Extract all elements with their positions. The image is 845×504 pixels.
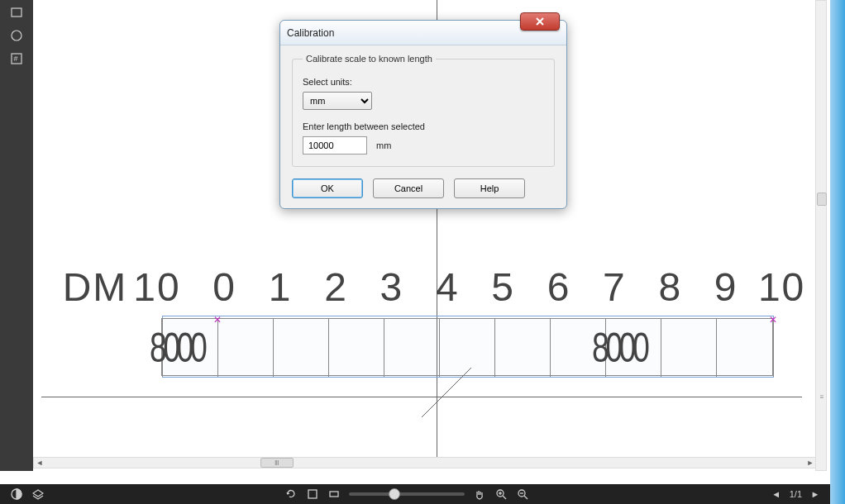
- status-bar: ◄ 1/1 ►: [0, 484, 830, 504]
- vscroll-grip-icon: ≡: [816, 389, 828, 404]
- svg-text:#: #: [14, 55, 18, 63]
- scroll-left-arrow-icon[interactable]: ◄: [34, 458, 45, 468]
- horizontal-scrollbar[interactable]: ◄ Ⅲ ►: [33, 457, 817, 468]
- ruler-num-10: 10: [754, 264, 809, 310]
- zoom-slider-knob[interactable]: [389, 488, 400, 500]
- ruler-num-7: 7: [587, 264, 642, 310]
- hscroll-thumb[interactable]: Ⅲ: [260, 458, 294, 468]
- hscroll-track[interactable]: Ⅲ: [45, 458, 804, 468]
- layers-icon[interactable]: [31, 487, 45, 501]
- close-icon: [534, 17, 546, 26]
- length-label: Enter length between selected: [303, 121, 544, 131]
- ruler-num-5: 5: [475, 264, 531, 310]
- rectangle-tool-icon[interactable]: [7, 3, 26, 21]
- ruler-number-row: DM 10 0 1 2 3 4 5 6 7 8 9 10: [58, 264, 809, 310]
- vscroll-thumb[interactable]: [817, 193, 827, 206]
- units-label: Select units:: [303, 77, 544, 87]
- prev-page-icon[interactable]: ◄: [770, 487, 783, 501]
- ruler-num-2: 2: [308, 264, 364, 310]
- ruler-num-1: 1: [252, 264, 308, 310]
- close-button[interactable]: [520, 12, 560, 31]
- ruler-num-6: 6: [531, 264, 586, 310]
- length-suffix: mm: [376, 140, 391, 150]
- svg-line-14: [524, 496, 528, 499]
- fit-page-icon[interactable]: [306, 487, 319, 501]
- ruler-prefix: DM: [58, 264, 132, 310]
- help-button[interactable]: Help: [454, 178, 525, 198]
- svg-marker-6: [33, 490, 43, 497]
- calibration-fieldset: Calibrate scale to known length Select u…: [292, 54, 555, 167]
- fit-width-icon[interactable]: [327, 487, 341, 501]
- fieldset-legend: Calibrate scale to known length: [303, 54, 436, 64]
- calibration-dialog: Calibration Calibrate scale to known len…: [279, 20, 567, 209]
- length-input[interactable]: [303, 136, 367, 155]
- zoom-out-icon[interactable]: [516, 487, 529, 501]
- svg-line-10: [503, 496, 506, 499]
- left-toolbar: #: [0, 0, 33, 471]
- hand-tool-icon[interactable]: [473, 487, 486, 501]
- section-diagonal: [422, 368, 471, 417]
- svg-rect-0: [12, 8, 21, 17]
- svg-rect-8: [330, 492, 338, 497]
- hash-tool-icon[interactable]: #: [7, 50, 26, 68]
- svg-point-1: [12, 31, 21, 40]
- ruler-num-3: 3: [364, 264, 419, 310]
- rotate-icon[interactable]: [284, 487, 298, 501]
- zoom-in-icon[interactable]: [494, 487, 508, 501]
- scroll-right-arrow-icon[interactable]: ►: [804, 458, 816, 468]
- vertical-scrollbar[interactable]: ≡: [815, 0, 827, 471]
- units-select[interactable]: mm: [303, 92, 372, 110]
- page-indicator: 1/1: [790, 489, 802, 499]
- ruler-num-8: 8: [642, 264, 698, 310]
- circle-tool-icon[interactable]: [7, 26, 26, 45]
- ok-button[interactable]: OK: [292, 178, 363, 198]
- ruler-num-0: 0: [197, 264, 252, 310]
- svg-line-4: [422, 368, 471, 417]
- ruler-prefix-num: 10: [132, 264, 182, 310]
- right-annotation: 8000: [592, 324, 646, 372]
- calibration-marker-right[interactable]: ✕: [769, 316, 777, 324]
- svg-rect-7: [308, 490, 317, 498]
- calibration-marker-left[interactable]: ✕: [213, 316, 222, 324]
- contrast-icon[interactable]: [10, 487, 23, 501]
- next-page-icon[interactable]: ►: [809, 487, 822, 501]
- dialog-title: Calibration: [287, 27, 334, 39]
- zoom-slider[interactable]: [349, 492, 465, 496]
- ruler-num-4: 4: [420, 264, 475, 310]
- ruler-num-9: 9: [699, 264, 754, 310]
- cancel-button[interactable]: Cancel: [373, 178, 444, 198]
- left-annotation: 8000: [150, 324, 203, 372]
- window-right-edge: [830, 0, 845, 504]
